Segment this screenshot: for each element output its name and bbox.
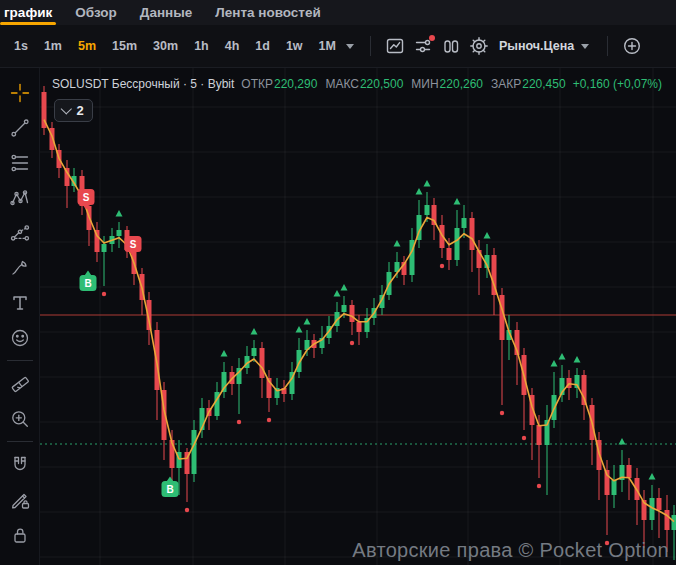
tab-Лента новостей[interactable]: Лента новостей: [213, 0, 323, 25]
toolbar-separator: [607, 36, 608, 56]
timeframe-group: 1s1m5m15m30m1h4h1d1w1M: [6, 34, 344, 58]
signal-down-dot-icon: [440, 264, 444, 268]
candle-body[interactable]: [462, 218, 467, 228]
timeframe-15m[interactable]: 15m: [104, 34, 145, 58]
signal-up-arrow-icon: [551, 360, 558, 367]
svg-text:B: B: [84, 278, 91, 289]
tab-Обзор[interactable]: Обзор: [73, 0, 119, 25]
svg-text:S: S: [83, 192, 90, 203]
signal-up-arrow-icon: [304, 318, 311, 325]
chart-area[interactable]: SSBB SOLUSDT Бессрочный · 5 · Bybit ОТКР…: [40, 68, 676, 565]
candle-body[interactable]: [657, 498, 662, 510]
chart-main-area: SSBB SOLUSDT Бессрочный · 5 · Bybit ОТКР…: [0, 68, 676, 565]
ohlc-field: МАКС220,500: [325, 77, 403, 91]
text-tool-icon[interactable]: [3, 285, 37, 320]
trend-line-tool-icon[interactable]: [3, 110, 37, 145]
signal-down-dot-icon: [267, 418, 271, 422]
signal-down-dot-icon: [237, 420, 241, 424]
notification-dot: [429, 35, 435, 41]
candle-body[interactable]: [672, 515, 676, 530]
ohlc-field: МИН220,260: [411, 77, 483, 91]
candle-body[interactable]: [455, 228, 460, 260]
crosshair-tool-icon[interactable]: [3, 75, 37, 110]
candle-body[interactable]: [357, 322, 362, 332]
timeframe-1M[interactable]: 1M: [311, 34, 344, 58]
toolbar-separator: [370, 36, 371, 56]
signal-up-arrow-icon: [251, 328, 258, 335]
add-plus-icon[interactable]: [618, 32, 646, 60]
magnet-tool-icon[interactable]: [3, 447, 37, 482]
price-change: +0,160 (+0,07%): [573, 77, 662, 91]
buy-marker-badge[interactable]: B: [162, 477, 179, 498]
svg-text:B: B: [166, 484, 173, 495]
settings-gear-icon[interactable]: [465, 32, 493, 60]
signal-up-arrow-icon: [424, 180, 431, 187]
emoji-tool-icon[interactable]: [3, 320, 37, 355]
timeframe-1h[interactable]: 1h: [186, 34, 217, 58]
buy-marker-badge[interactable]: B: [80, 271, 97, 292]
tab-график[interactable]: график: [2, 0, 54, 25]
signal-down-dot-icon: [500, 411, 504, 415]
signal-down-dot-icon: [185, 508, 189, 512]
xabcd-pattern-tool-icon[interactable]: [3, 180, 37, 215]
signal-up-arrow-icon: [484, 232, 491, 239]
zoom-in-tool-icon[interactable]: [3, 401, 37, 436]
chart-toolbar: 1s1m5m15m30m1h4h1d1w1M: [0, 25, 676, 68]
indicators-collapse-badge[interactable]: 2: [54, 99, 93, 122]
timeframe-30m[interactable]: 30m: [145, 34, 186, 58]
candle-body[interactable]: [537, 425, 542, 445]
signal-up-arrow-icon: [296, 326, 303, 333]
chevron-down-icon: [61, 103, 72, 114]
signal-up-arrow-icon: [649, 473, 656, 480]
candle-body[interactable]: [350, 305, 355, 322]
signal-down-dot-icon: [537, 484, 541, 488]
candle-body[interactable]: [192, 430, 197, 474]
signal-up-arrow-icon: [221, 350, 228, 357]
forecast-tool-icon[interactable]: [3, 215, 37, 250]
candle-body[interactable]: [627, 465, 632, 478]
signal-down-dot-icon: [102, 292, 106, 296]
compare-candles-icon[interactable]: [437, 32, 465, 60]
signal-up-arrow-icon: [116, 210, 123, 217]
candle-body[interactable]: [260, 348, 265, 378]
candle-body[interactable]: [342, 305, 347, 312]
chart-legend[interactable]: SOLUSDT Бессрочный · 5 · Bybit ОТКР220,2…: [52, 77, 662, 91]
signal-up-arrow-icon: [619, 438, 626, 445]
symbol-title: SOLUSDT Бессрочный · 5 · Bybit: [52, 77, 234, 91]
timeframe-1m[interactable]: 1m: [36, 34, 70, 58]
fib-lines-tool-icon[interactable]: [3, 145, 37, 180]
candle-body[interactable]: [425, 205, 430, 215]
svg-text:S: S: [130, 239, 137, 250]
timeframe-1w[interactable]: 1w: [278, 34, 311, 58]
brush-tool-icon[interactable]: [3, 250, 37, 285]
indicators-icon[interactable]: [409, 32, 437, 60]
timeframe-1s[interactable]: 1s: [6, 34, 36, 58]
candle-body[interactable]: [665, 510, 670, 530]
chart-style-icon[interactable]: [381, 32, 409, 60]
order-type-dropdown[interactable]: Рыноч.Цена: [493, 34, 597, 58]
candle-body[interactable]: [252, 348, 257, 356]
candle-body[interactable]: [612, 480, 617, 495]
candlestick-chart[interactable]: SSBB: [40, 68, 676, 565]
candle-body[interactable]: [447, 248, 452, 260]
drawing-tools-sidebar: [0, 68, 40, 565]
tab-Данные[interactable]: Данные: [138, 0, 194, 25]
ruler-tool-icon[interactable]: [3, 366, 37, 401]
lock-all-tool-icon[interactable]: [3, 517, 37, 552]
draw-lock-tool-icon[interactable]: [3, 482, 37, 517]
timeframe-5m[interactable]: 5m: [70, 34, 104, 58]
signal-up-arrow-icon: [574, 356, 581, 363]
trading-terminal: графикОбзорДанныеЛента новостей 1s1m5m15…: [0, 0, 676, 565]
timeframe-menu-caret-icon[interactable]: [346, 44, 354, 49]
sell-marker-badge[interactable]: S: [78, 189, 95, 210]
timeframe-4h[interactable]: 4h: [217, 34, 248, 58]
signal-down-dot-icon: [522, 436, 526, 440]
candle-body[interactable]: [470, 218, 475, 250]
signal-up-arrow-icon: [394, 240, 401, 247]
candle-body[interactable]: [102, 244, 107, 252]
sidebar-divider: [7, 441, 33, 442]
signal-up-arrow-icon: [334, 290, 341, 297]
ohlc-fields: ОТКР220,290МАКС220,500МИН220,260ЗАКР220,…: [241, 77, 565, 91]
candle-body[interactable]: [117, 230, 122, 236]
timeframe-1d[interactable]: 1d: [247, 34, 278, 58]
